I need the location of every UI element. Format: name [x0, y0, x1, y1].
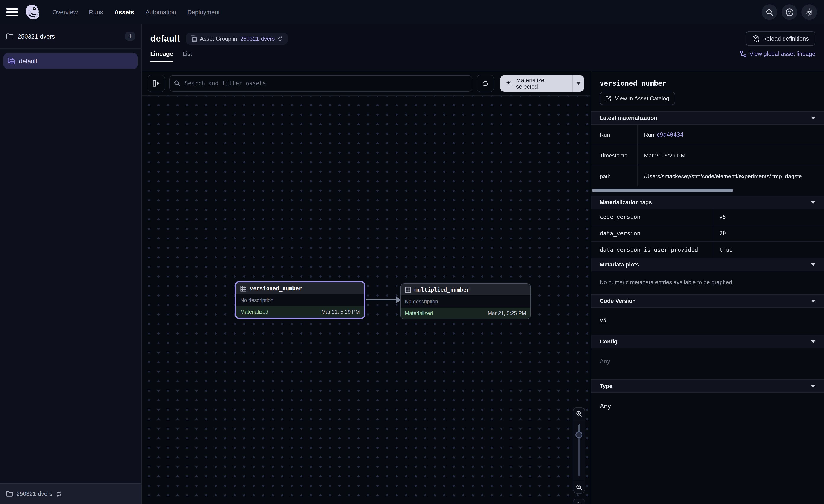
- materialize-selected-button[interactable]: Materialize selected: [500, 77, 573, 90]
- section-materialization-tags[interactable]: Materialization tags: [591, 196, 824, 209]
- nav-assets[interactable]: Assets: [114, 9, 134, 16]
- chevron-down-icon: [811, 263, 815, 266]
- lineage-edge-arrow: [366, 294, 403, 305]
- graph-toolbar: Materialize selected: [141, 72, 590, 96]
- asset-node-name: versioned_number: [250, 285, 302, 291]
- asset-node-name: multiplied_number: [414, 286, 470, 293]
- table-row: path /Users/smackesey/stm/code/elementl/…: [591, 166, 824, 186]
- nav-overview[interactable]: Overview: [53, 9, 78, 16]
- table-row: Timestamp Mar 21, 5:29 PM: [591, 145, 824, 166]
- external-link-icon: [605, 95, 611, 102]
- chevron-down-icon: [811, 201, 815, 204]
- section-label: Latest materialization: [600, 115, 657, 121]
- nav-deployment[interactable]: Deployment: [188, 9, 220, 16]
- section-metadata-plots[interactable]: Metadata plots: [591, 258, 824, 271]
- chevron-down-icon: [811, 385, 815, 387]
- help-button[interactable]: ?: [782, 4, 797, 20]
- tab-list[interactable]: List: [183, 50, 192, 62]
- zoom-out-button[interactable]: [573, 481, 585, 493]
- gear-icon: [576, 501, 583, 504]
- view-in-asset-catalog-label: View in Asset Catalog: [615, 95, 669, 102]
- settings-button[interactable]: [802, 4, 817, 20]
- sync-icon[interactable]: [278, 36, 283, 41]
- section-latest-materialization[interactable]: Latest materialization: [591, 111, 824, 125]
- zoom-out-icon: [576, 484, 582, 490]
- zoom-controls: [573, 407, 585, 504]
- asset-node-footer: Materialized Mar 21, 5:25 PM: [401, 307, 530, 319]
- refresh-graph-button[interactable]: [477, 75, 494, 92]
- search-input[interactable]: [184, 80, 468, 87]
- asset-detail-panel: versioned_number View in Asset Catalog L…: [591, 72, 824, 504]
- path-link[interactable]: /Users/smackesey/stm/code/elementl/exper…: [644, 173, 802, 179]
- sidebar-group-count: 1: [125, 32, 135, 41]
- panel-expand-icon: [152, 80, 160, 87]
- table-row: data_version 20: [591, 225, 824, 242]
- tag-key: code_version: [591, 209, 713, 225]
- materialized-status: Materialized: [240, 309, 268, 315]
- search-button[interactable]: [762, 4, 777, 20]
- section-type[interactable]: Type: [591, 379, 824, 393]
- asset-node-header: versioned_number: [236, 282, 364, 294]
- badge-prefix: Asset Group in: [200, 35, 237, 42]
- view-in-asset-catalog-button[interactable]: View in Asset Catalog: [600, 92, 675, 105]
- materialized-status: Materialized: [405, 310, 433, 316]
- sidebar-footer[interactable]: 250321-dvers: [0, 483, 141, 504]
- materialize-selected-label: Materialize selected: [516, 77, 568, 90]
- section-label: Type: [600, 383, 612, 389]
- zoom-slider-thumb[interactable]: [576, 431, 583, 438]
- zoom-in-button[interactable]: [573, 407, 585, 420]
- top-nav: Overview Runs Assets Automation Deployme…: [0, 0, 824, 25]
- sync-icon[interactable]: [56, 491, 62, 497]
- zoom-in-icon: [576, 410, 582, 417]
- lineage-canvas[interactable]: versioned_number No description Material…: [141, 96, 590, 504]
- nav-runs[interactable]: Runs: [89, 9, 103, 16]
- help-icon: ?: [785, 8, 794, 16]
- sidebar-group-row[interactable]: 250321-dvers 1: [0, 24, 141, 49]
- scrollbar-thumb[interactable]: [592, 188, 733, 192]
- materialize-dropdown-button[interactable]: [573, 82, 584, 85]
- tag-value: v5: [713, 209, 824, 225]
- table-row: data_version_is_user_provided true: [591, 242, 824, 258]
- materialized-timestamp: Mar 21, 5:25 PM: [488, 310, 526, 316]
- timestamp-value: Mar 21, 5:29 PM: [644, 152, 686, 159]
- badge-repo-link[interactable]: 250321-dvers: [240, 35, 275, 42]
- code-version-value: v5: [591, 307, 824, 335]
- nav-automation[interactable]: Automation: [145, 9, 176, 16]
- tag-value: 20: [713, 225, 824, 241]
- graph-settings-button[interactable]: [573, 499, 585, 504]
- asset-group-icon: [191, 35, 197, 42]
- lineage-graph-pane: Materialize selected: [141, 72, 590, 504]
- type-value: Any: [591, 393, 824, 421]
- sidebar-item-default[interactable]: default: [3, 53, 138, 69]
- tab-lineage[interactable]: Lineage: [150, 50, 173, 62]
- expand-panel-button[interactable]: [148, 75, 165, 92]
- section-code-version[interactable]: Code Version: [591, 294, 824, 307]
- run-id-link[interactable]: c9a40434: [656, 132, 684, 138]
- row-key: Timestamp: [591, 145, 638, 166]
- folder-icon: [6, 491, 13, 497]
- asset-node-multiplied-number[interactable]: multiplied_number No description Materia…: [400, 283, 531, 319]
- sync-icon: [482, 80, 489, 87]
- reload-definitions-button[interactable]: Reload definitions: [745, 31, 815, 46]
- search-icon: [766, 8, 773, 16]
- view-global-lineage-link[interactable]: View global asset lineage: [740, 50, 815, 62]
- asset-node-versioned-number[interactable]: versioned_number No description Material…: [235, 281, 366, 319]
- table-row: code_version v5: [591, 209, 824, 225]
- gear-icon: [805, 8, 813, 16]
- tag-key: data_version: [591, 225, 713, 241]
- metadata-empty-text: No numeric metadata entries available to…: [591, 271, 824, 294]
- latest-materialization-table: Run Run c9a40434 Timestamp Mar 21, 5:29 …: [591, 125, 824, 186]
- search-icon: [174, 80, 180, 87]
- section-label: Metadata plots: [600, 261, 639, 268]
- nav-actions: ?: [762, 4, 817, 20]
- section-config[interactable]: Config: [591, 335, 824, 348]
- view-global-lineage-label: View global asset lineage: [749, 50, 815, 57]
- asset-node-header: multiplied_number: [401, 284, 530, 295]
- sidebar-item-label: default: [19, 57, 37, 65]
- asset-node-description: No description: [236, 294, 364, 306]
- menu-icon[interactable]: [6, 8, 18, 16]
- zoom-slider[interactable]: [573, 420, 585, 481]
- chevron-down-icon: [811, 117, 815, 119]
- asset-node-footer: Materialized Mar 21, 5:29 PM: [236, 306, 364, 318]
- section-label: Config: [600, 338, 617, 345]
